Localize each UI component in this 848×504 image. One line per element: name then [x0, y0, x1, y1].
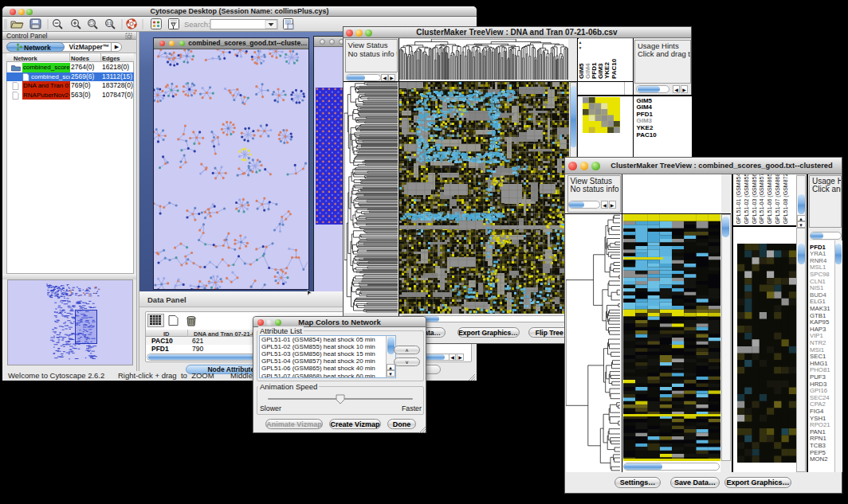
svg-text:GPL51-02 (GSM855): GPL51-02 (GSM855) [743, 174, 749, 225]
svg-text:GPL51-04 (GSM857): GPL51-04 (GSM857) [759, 174, 765, 225]
svg-text:GPL51-07 (GSM868): GPL51-07 (GSM868) [775, 174, 781, 225]
svg-text:GPL51-01 (GSM854): GPL51-01 (GSM854) [736, 174, 742, 225]
svg-text:GPL51-03 (GSM856): GPL51-03 (GSM856) [751, 174, 757, 225]
svg-text:PAC10: PAC10 [610, 58, 618, 79]
svg-text:GPL51-06 (GSM865): GPL51-06 (GSM865) [767, 174, 773, 225]
svg-text:GPL51-08 (GSM872): GPL51-08 (GSM872) [782, 174, 788, 225]
svg-text:Search:: Search: [184, 20, 210, 29]
svg-text:1:1: 1:1 [107, 21, 112, 25]
